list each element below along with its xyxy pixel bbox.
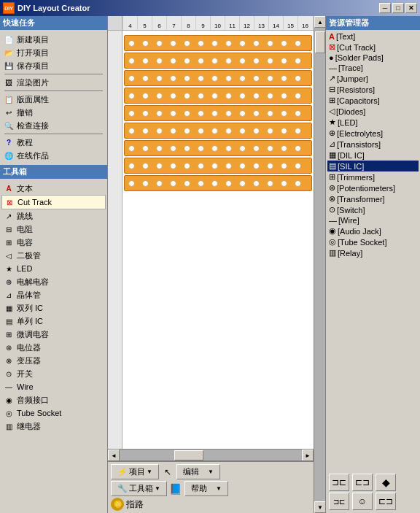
scroll-v-thumb[interactable] xyxy=(315,31,325,53)
scroll-down-button[interactable]: ▼ xyxy=(314,501,325,513)
resource-relay-icon: ▥ xyxy=(329,248,336,258)
tool-relay-label: 继电器 xyxy=(17,421,41,432)
scroll-up-button[interactable]: ▲ xyxy=(314,16,325,28)
vertical-scrollbar[interactable]: ▲ ▼ xyxy=(314,16,325,513)
resource-tube-socket[interactable]: ◎ [Tube Socket] xyxy=(327,236,419,247)
tool-relay[interactable]: ▥ 继电器 xyxy=(1,420,106,433)
check-connections-item[interactable]: 🔍 检查连接 xyxy=(1,119,106,132)
strip-hole-2-11 xyxy=(281,75,287,82)
resource-sil-ic-icon: ▤ xyxy=(329,161,336,171)
resource-solder-pads[interactable]: ● [Solder Pads] xyxy=(327,53,419,63)
pcb-strip-8[interactable] xyxy=(124,175,312,191)
resource-wire[interactable]: — [Wire] xyxy=(327,215,419,225)
edit-menu-button[interactable]: 编辑 ▼ xyxy=(176,464,220,479)
pcb-strip-7[interactable] xyxy=(124,158,312,174)
tool-diode[interactable]: ◁ 二极管 xyxy=(1,249,106,262)
strip-hole-6-2 xyxy=(156,145,163,152)
project-menu-button[interactable]: ⚡ 项目 ▼ xyxy=(111,464,159,479)
action-btn-1[interactable]: ⊐⊏ xyxy=(329,474,349,491)
tool-dil-ic[interactable]: ▦ 双列 IC xyxy=(1,301,106,315)
scroll-v-track[interactable] xyxy=(314,28,325,501)
close-button[interactable]: ✕ xyxy=(405,3,417,13)
pcb-strip-6[interactable] xyxy=(124,140,312,156)
tool-potentiometer[interactable]: ⊛ 电位器 xyxy=(1,341,106,354)
tool-tube-socket-label: Tube Socket xyxy=(17,409,61,417)
tool-trimmer[interactable]: ⊞ 微调电容 xyxy=(1,328,106,341)
tool-audio-jack[interactable]: ◉ 音频接口 xyxy=(1,393,106,406)
tool-transformer[interactable]: ⊗ 变压器 xyxy=(1,354,106,367)
pcb-strip-2[interactable] xyxy=(124,70,312,86)
tool-led[interactable]: ★ LED xyxy=(1,262,106,275)
tool-sil-ic[interactable]: ▤ 单列 IC xyxy=(1,315,106,328)
toolbox: A 文本 ⊠ Cut Track ↗ 跳线 ⊟ 电阻 ⊞ 电容 ◁ 二极管 xyxy=(0,179,107,513)
resource-capacitors[interactable]: ⊞ [Capacitors] xyxy=(327,95,419,106)
undo-item[interactable]: ↩ 撤销 xyxy=(1,106,106,119)
open-project-item[interactable]: 📂 打开项目 xyxy=(1,46,106,59)
action-btn-3[interactable]: ◆ xyxy=(376,474,396,491)
pcb-area[interactable] xyxy=(122,31,314,449)
online-works-item[interactable]: 🌐 在线作品 xyxy=(1,149,106,162)
tool-diode-label: 二极管 xyxy=(17,250,41,261)
scroll-right-button[interactable]: ► xyxy=(302,450,314,461)
tool-cut-track[interactable]: ⊠ Cut Track xyxy=(1,195,106,209)
strip-hole-2-2 xyxy=(156,75,163,82)
maximize-button[interactable]: □ xyxy=(392,3,404,13)
resource-resistors[interactable]: ⊟ [Resistors] xyxy=(327,84,419,95)
resistor-icon: ⊟ xyxy=(3,223,15,235)
resource-transistors-icon: ⊿ xyxy=(329,139,335,149)
strip-hole-3-7 xyxy=(225,93,232,99)
strip-hole-4-10 xyxy=(267,110,273,117)
toolbox-menu-button[interactable]: 🔧 工具箱 ▼ xyxy=(111,481,167,496)
pcb-strip-5[interactable] xyxy=(124,123,312,139)
tool-switch[interactable]: ⊙ 开关 xyxy=(1,367,106,380)
resource-trimmers[interactable]: ⊞ [Trimmers] xyxy=(327,171,419,182)
resource-transformer[interactable]: ⊗ [Transformer] xyxy=(327,193,419,204)
pcb-strip-3[interactable] xyxy=(124,88,312,104)
scroll-left-button[interactable]: ◄ xyxy=(108,450,120,461)
divider-2 xyxy=(4,90,103,91)
new-project-item[interactable]: 📄 新建项目 xyxy=(1,33,106,46)
resource-audio-jack[interactable]: ◉ [Audio Jack] xyxy=(327,225,419,236)
tool-jumper[interactable]: ↗ 跳线 xyxy=(1,209,106,223)
tool-wire[interactable]: — Wire xyxy=(1,380,106,393)
tool-text[interactable]: A 文本 xyxy=(1,182,106,195)
resource-text[interactable]: A [Text] xyxy=(327,31,419,42)
resource-relay[interactable]: ▥ [Relay] xyxy=(327,247,419,258)
tool-tube-socket[interactable]: ◎ Tube Socket xyxy=(1,406,106,420)
pcb-strip-0[interactable] xyxy=(124,35,312,51)
canvas-container[interactable] xyxy=(108,31,314,449)
minimize-button[interactable]: ─ xyxy=(379,3,391,13)
action-btn-4[interactable]: ⊐⊏ xyxy=(329,493,349,510)
pcb-strip-4[interactable] xyxy=(124,105,312,121)
resource-transistors[interactable]: ⊿ [Transistors] xyxy=(327,139,419,150)
scroll-h-thumb[interactable] xyxy=(174,450,203,460)
resource-sil-ic[interactable]: ▤ [SIL IC] xyxy=(327,161,419,171)
save-project-item[interactable]: 💾 保存项目 xyxy=(1,59,106,72)
resource-diodes[interactable]: ◁ [Diodes] xyxy=(327,106,419,117)
tool-resistor[interactable]: ⊟ 电阻 xyxy=(1,223,106,236)
tool-electrolyte[interactable]: ⊕ 电解电容 xyxy=(1,275,106,288)
tutorial-item[interactable]: ? 教程 xyxy=(1,136,106,149)
resource-trace[interactable]: — [Trace] xyxy=(327,63,419,73)
action-btn-5[interactable]: ☺ xyxy=(352,493,373,510)
guide-item[interactable]: 🪙 指路 xyxy=(111,498,144,511)
render-image-item[interactable]: 🖼 渲染图片 xyxy=(1,76,106,89)
strip-hole-4-3 xyxy=(170,110,176,117)
action-btn-6[interactable]: ⊏⊐ xyxy=(376,493,396,510)
tool-capacitor[interactable]: ⊞ 电容 xyxy=(1,236,106,249)
resource-electrolytes[interactable]: ⊕ [Electrolytes] xyxy=(327,128,419,139)
resource-dil-ic[interactable]: ▦ [DIL IC] xyxy=(327,150,419,161)
help-menu-button[interactable]: 帮助 ▼ xyxy=(184,481,228,496)
resource-jumper[interactable]: ↗ [Jumper] xyxy=(327,73,419,84)
board-props-item[interactable]: 📋 版面属性 xyxy=(1,93,106,106)
horizontal-scrollbar[interactable]: ◄ ► xyxy=(108,449,314,460)
resource-potentiometers[interactable]: ⊛ [Potentiometers] xyxy=(327,182,419,193)
pcb-strip-1[interactable] xyxy=(124,53,312,69)
resource-switch[interactable]: ⊙ [Switch] xyxy=(327,204,419,215)
scroll-h-track[interactable] xyxy=(120,450,302,460)
strip-hole-5-2 xyxy=(156,128,163,134)
tool-transistor[interactable]: ⊿ 晶体管 xyxy=(1,288,106,301)
resource-cut-track[interactable]: ⊠ [Cut Track] xyxy=(327,42,419,53)
resource-led[interactable]: ★ [LED] xyxy=(327,117,419,128)
action-btn-2[interactable]: ⊏⊐ xyxy=(352,474,373,491)
